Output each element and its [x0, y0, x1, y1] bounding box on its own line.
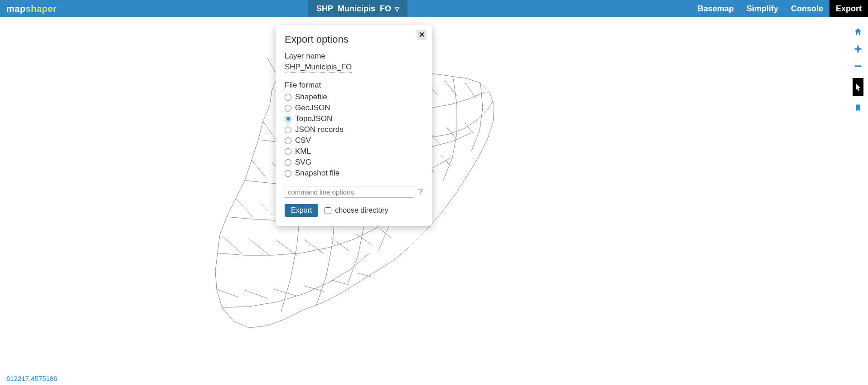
menu-simplify[interactable]: Simplify [740, 0, 785, 17]
checkbox-icon[interactable] [325, 207, 331, 214]
format-option-label: Snapshot file [295, 169, 339, 178]
menu-console[interactable]: Console [785, 0, 829, 17]
layer-name-label: Layer name [285, 52, 423, 61]
format-option[interactable]: TopoJSON [285, 113, 423, 124]
svg-rect-1 [855, 48, 862, 49]
format-option-label: KML [295, 147, 311, 156]
logo-right: shaper [26, 4, 57, 14]
format-option[interactable]: Shapefile [285, 92, 423, 102]
radio-icon[interactable] [285, 105, 291, 112]
file-format-label: File format [285, 81, 423, 90]
dialog-action-row: Export choose directory [285, 204, 423, 217]
cli-options-row: ? [285, 186, 423, 198]
home-extent-icon[interactable] [853, 26, 863, 37]
help-icon[interactable]: ? [419, 188, 423, 196]
radio-icon[interactable] [285, 116, 291, 122]
format-option-label: GeoJSON [295, 103, 330, 112]
zoom-out-icon[interactable] [853, 61, 863, 72]
format-option[interactable]: SVG [285, 157, 423, 168]
dropdown-triangle-icon: ▽ [395, 5, 399, 12]
radio-icon[interactable] [285, 170, 291, 177]
radio-icon[interactable] [285, 127, 291, 133]
layer-selector-tab[interactable]: SHP_Municipis_FO ▽ [308, 0, 407, 17]
format-option-label: JSON records [295, 125, 344, 134]
radio-icon[interactable] [285, 137, 291, 144]
menu-basemap[interactable]: Basemap [691, 0, 740, 17]
menu-export[interactable]: Export [829, 0, 868, 17]
pointer-tool-icon[interactable] [853, 78, 863, 96]
topbar: mapshaper SHP_Municipis_FO ▽ Basemap Sim… [0, 0, 868, 17]
choose-directory-label: choose directory [335, 206, 388, 214]
export-dialog: ✕ Export options Layer name SHP_Municipi… [276, 25, 432, 226]
menu-bar: Basemap Simplify Console Export [691, 0, 868, 17]
format-option[interactable]: Snapshot file [285, 168, 423, 179]
app-logo: mapshaper [0, 4, 63, 14]
svg-rect-2 [855, 65, 862, 67]
layer-selector-label: SHP_Municipis_FO [316, 4, 391, 14]
bookmark-icon[interactable] [853, 102, 863, 113]
format-option-label: CSV [295, 136, 311, 145]
format-option-label: SVG [295, 158, 311, 167]
format-option[interactable]: JSON records [285, 124, 423, 135]
export-button[interactable]: Export [285, 204, 318, 217]
coordinate-readout: 612217,4575186 [6, 375, 58, 382]
radio-icon[interactable] [285, 94, 291, 101]
radio-icon[interactable] [285, 159, 291, 166]
format-radio-group: ShapefileGeoJSONTopoJSONJSON recordsCSVK… [285, 92, 423, 179]
format-option-label: TopoJSON [295, 114, 332, 123]
radio-icon[interactable] [285, 148, 291, 155]
layer-name-input[interactable]: SHP_Municipis_FO [285, 63, 352, 73]
cli-options-input[interactable] [285, 186, 414, 198]
format-option[interactable]: CSV [285, 135, 423, 146]
format-option[interactable]: KML [285, 146, 423, 157]
dialog-title: Export options [285, 34, 423, 45]
close-icon[interactable]: ✕ [417, 30, 427, 40]
choose-directory-option[interactable]: choose directory [325, 206, 388, 214]
zoom-in-icon[interactable] [853, 44, 863, 54]
logo-left: map [6, 4, 26, 14]
zoom-toolbar [848, 26, 868, 113]
format-option[interactable]: GeoJSON [285, 102, 423, 113]
format-option-label: Shapefile [295, 93, 327, 102]
map-canvas[interactable]: 612217,4575186 [0, 17, 868, 385]
